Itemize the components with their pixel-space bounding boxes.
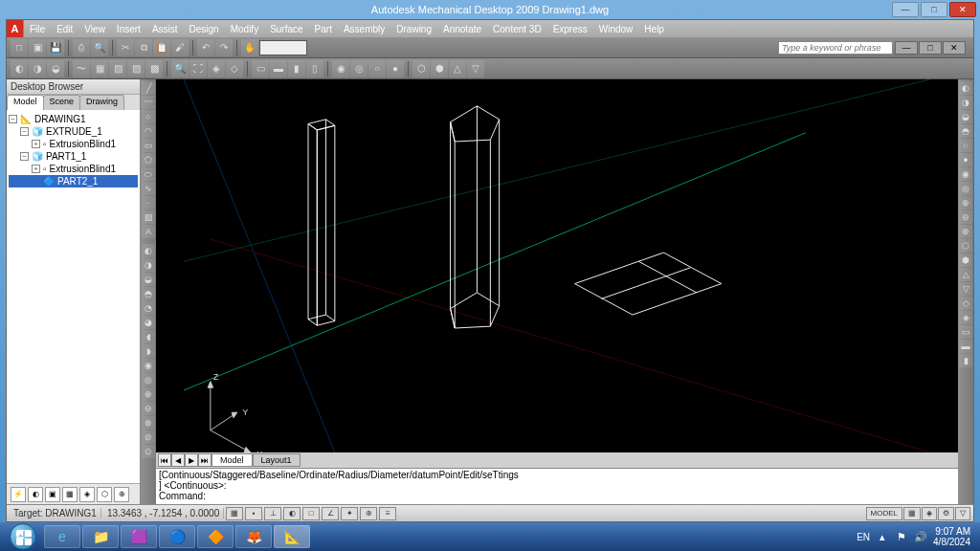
tool-icon[interactable]: ◑ [29,60,46,77]
tool-icon[interactable]: ▬ [959,340,972,353]
point-icon[interactable]: · [142,196,155,209]
tree-item[interactable]: + ▫ ExtrusionBlind1 [9,163,138,175]
tool-icon[interactable]: ▨ [127,60,145,77]
filter-icon[interactable]: ◐ [28,487,43,502]
tool-icon[interactable]: ◉ [332,60,349,77]
flag-icon[interactable]: ⚑ [895,530,908,543]
tree-item[interactable]: − 🧊 EXTRUDE_1 [9,125,138,138]
tool-icon[interactable]: ◖ [142,330,155,343]
tool-icon[interactable]: ▦ [91,60,108,77]
tree-item-selected[interactable]: 🔷 PART2_1 [9,175,138,187]
tool-icon[interactable]: ⊘ [142,430,155,444]
tool-icon[interactable]: ◎ [959,182,972,195]
tool-icon[interactable]: ● [959,153,972,166]
status-tool-icon[interactable]: ▽ [955,507,970,520]
lwt-toggle[interactable]: ≡ [379,507,396,520]
arc-icon[interactable]: ◠ [142,124,155,138]
taskbar[interactable]: e 📁 🟪 🔵 🔶 🦊 📐 EN ▴ ⚑ 🔊 9:07 AM 4/8/2024 [0,522,980,551]
menu-surface[interactable]: Surface [264,20,308,37]
line-icon[interactable]: ╱ [142,81,155,95]
app-close-button[interactable]: ✕ [943,41,966,55]
ortho-toggle[interactable]: ⊥ [264,507,281,520]
polyline-icon[interactable]: 〰 [142,96,155,109]
match-icon[interactable]: 🖌 [171,39,189,56]
app-logo[interactable]: A [7,20,24,37]
first-tab-icon[interactable]: ⏮ [158,453,171,467]
close-button[interactable]: ✕ [949,2,976,17]
status-tool-icon[interactable]: ⚙ [938,507,954,520]
tool-icon[interactable]: ◈ [208,60,225,77]
tool-icon[interactable]: ◑ [142,258,155,272]
tool-icon[interactable]: ◎ [350,60,368,77]
tool-icon[interactable]: ▭ [252,60,269,77]
filter-icon[interactable]: ◈ [79,487,95,502]
polar-toggle[interactable]: ◐ [283,507,301,520]
menu-content3d[interactable]: Content 3D [487,20,547,37]
tool-icon[interactable]: △ [959,268,972,281]
firefox-icon[interactable]: 🦊 [235,525,272,548]
menu-assist[interactable]: Assist [146,20,184,37]
tool-icon[interactable]: ◇ [959,297,972,310]
menu-help[interactable]: Help [638,20,670,37]
prev-tab-icon[interactable]: ◀ [171,453,185,467]
tool-icon[interactable]: ◓ [959,124,972,138]
rect-icon[interactable]: ▭ [142,139,155,152]
tool-icon[interactable]: ◒ [959,110,972,123]
curve-icon[interactable]: 〜 [73,60,90,77]
save-icon[interactable]: 💾 [47,39,64,56]
tool-icon[interactable]: ◐ [11,60,28,77]
snap-toggle[interactable]: ▦ [226,507,243,520]
chrome-icon[interactable]: 🔵 [159,525,195,548]
tool-icon[interactable]: ⬢ [959,253,972,267]
new-icon[interactable]: □ [11,39,28,56]
layer-dropdown[interactable] [259,40,307,55]
menu-express[interactable]: Express [547,20,593,37]
polygon-icon[interactable]: ⬠ [142,153,155,166]
tool-icon[interactable]: ⊖ [142,402,155,415]
tool-icon[interactable]: ▽ [467,60,484,77]
tool-icon[interactable]: ⬡ [412,60,430,77]
menu-insert[interactable]: Insert [111,20,146,37]
osnap-toggle[interactable]: □ [302,507,320,520]
spline-icon[interactable]: ∿ [142,182,155,195]
status-tool-icon[interactable]: ◈ [922,507,937,520]
app-icon[interactable]: 🟪 [121,525,157,548]
filter-icon[interactable]: ▣ [45,487,60,502]
tool-icon[interactable]: ⊙ [142,445,155,458]
grid-toggle[interactable]: ▪ [245,507,262,520]
undo-icon[interactable]: ↶ [197,39,214,56]
tool-icon[interactable]: ▮ [959,354,972,367]
next-tab-icon[interactable]: ▶ [185,453,198,467]
tool-icon[interactable]: ▩ [145,60,163,77]
tab-scene[interactable]: Scene [43,95,81,110]
tool-icon[interactable]: ⊕ [959,196,972,209]
tool-icon[interactable]: ◐ [142,244,155,257]
circle-icon[interactable]: ○ [142,110,155,123]
tool-icon[interactable]: △ [449,60,466,77]
tool-icon[interactable]: ◗ [142,344,155,358]
viewport[interactable]: Z Y X [156,79,958,452]
pan-icon[interactable]: ✋ [241,39,258,56]
layout-tab-model[interactable]: Model [212,453,253,467]
menu-edit[interactable]: Edit [51,20,78,37]
minimize-button[interactable]: — [892,2,919,17]
tree-item[interactable]: − 🧊 PART1_1 [9,150,138,163]
tab-model[interactable]: Model [7,95,44,110]
model-button[interactable]: MODEL [866,507,902,520]
print-icon[interactable]: ⎙ [73,39,90,56]
tool-icon[interactable]: ⊗ [142,416,155,430]
tool-icon[interactable]: ◎ [142,373,155,386]
ducs-toggle[interactable]: ✦ [341,507,358,520]
collapse-icon[interactable]: − [20,127,29,136]
tool-icon[interactable]: ⬢ [431,60,448,77]
expand-icon[interactable]: + [32,140,40,148]
search-input[interactable] [778,41,893,55]
hatch-icon[interactable]: ▨ [142,210,155,224]
filter-icon[interactable]: ▦ [62,487,78,502]
tool-icon[interactable]: ▭ [959,325,972,339]
tool-icon[interactable]: ◕ [142,316,155,329]
tool-icon[interactable]: ⬡ [959,239,972,253]
app-restore-button[interactable]: □ [919,41,942,55]
menu-part[interactable]: Part [309,20,338,37]
tool-icon[interactable]: ◉ [142,359,155,372]
